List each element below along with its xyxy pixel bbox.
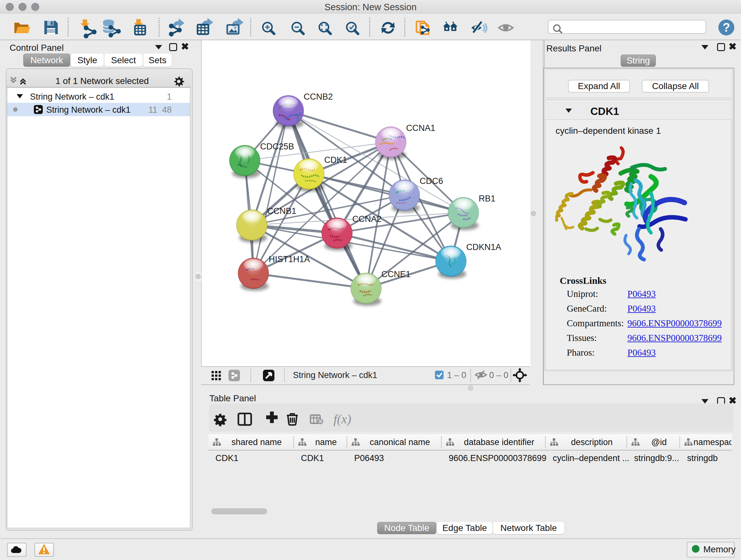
svg-text:CCNA2: CCNA2 xyxy=(352,214,382,224)
svg-text:CCNA1: CCNA1 xyxy=(406,123,435,133)
svg-text:CCNB2: CCNB2 xyxy=(304,92,333,102)
svg-text:RB1: RB1 xyxy=(479,194,495,203)
svg-text:CDKN1A: CDKN1A xyxy=(466,242,501,252)
svg-text:CCNE1: CCNE1 xyxy=(381,269,411,279)
svg-text:HIST1H1A: HIST1H1A xyxy=(269,254,310,264)
svg-text:f(x): f(x) xyxy=(333,412,351,426)
svg-text:CDC6: CDC6 xyxy=(420,176,443,186)
svg-text:CCNB1: CCNB1 xyxy=(267,206,296,216)
svg-text:CDC25B: CDC25B xyxy=(260,142,294,151)
svg-text:1 – 0: 1 – 0 xyxy=(447,370,466,380)
svg-text:CDK1: CDK1 xyxy=(324,155,347,165)
svg-text:String Network – cdk1: String Network – cdk1 xyxy=(293,370,377,380)
svg-text:0 – 0: 0 – 0 xyxy=(489,370,509,380)
